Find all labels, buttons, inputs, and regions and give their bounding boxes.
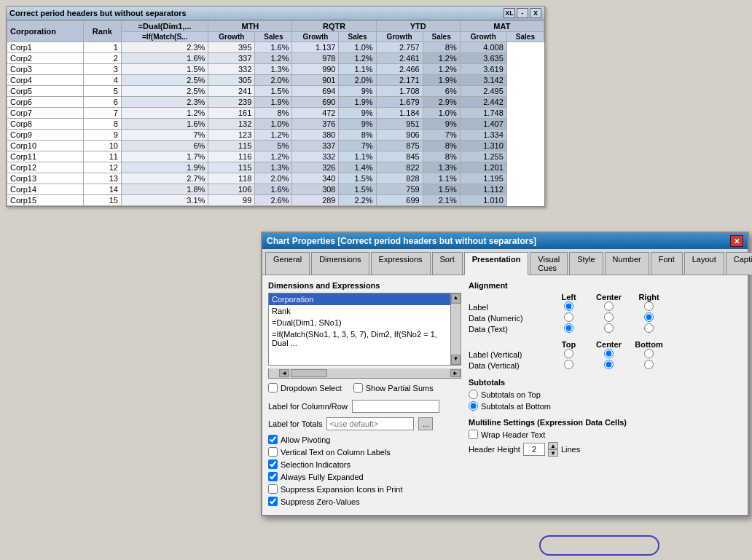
label-column-text: Label for Column/Row [268,402,348,411]
show-partial-sums-checkbox[interactable] [353,383,363,393]
label-vertical-label: Label (Vertical) [469,349,549,360]
titlebar-buttons: XL - X [504,8,541,18]
tab-number[interactable]: Number [605,252,649,275]
text-align-left[interactable] [564,323,573,333]
tab-presentation[interactable]: Presentation [464,252,529,275]
text-align-center[interactable] [604,323,614,333]
scroll-up-btn[interactable]: ▲ [451,293,461,304]
always-expanded-label: Always Fully Expanded [281,473,364,481]
tab-sort[interactable]: Sort [432,252,463,275]
numeric-align-center[interactable] [604,312,614,322]
listbox-item-if[interactable]: =If(Match(SNo1, 1, 3, 5, 7), Dim2, If(SN… [269,328,450,349]
tab-expressions[interactable]: Expressions [371,252,431,275]
label-valign-top[interactable] [564,349,573,358]
table-row: 1.137 [292,42,339,53]
suppress-expansion-checkbox[interactable] [268,484,278,494]
suppress-expansion-row: Suppress Expansion Icons in Print [268,484,461,494]
data-valign-bottom[interactable] [644,360,654,369]
listbox-item-dual[interactable]: =Dual(Dim1, SNo1) [269,317,450,328]
subtotals-bottom-radio[interactable] [469,401,478,411]
allow-pivoting-checkbox[interactable] [268,435,278,444]
table-row: 1.9% [121,162,208,173]
spinner-up-btn[interactable]: ▲ [548,442,558,449]
tab-visual-cues[interactable]: Visual Cues [530,252,568,275]
spinner-down-btn[interactable]: ▼ [548,449,558,457]
table-row: 2.7% [121,173,208,184]
table-row: 8% [423,151,460,162]
tab-dimensions[interactable]: Dimensions [311,252,369,275]
listbox-item-rank[interactable]: Rank [269,305,450,317]
selection-indicators-checkbox[interactable] [268,460,278,469]
suppress-zero-checkbox[interactable] [268,497,278,506]
col-rank: Rank [83,21,121,42]
table-row: 875 [376,141,423,151]
label-column-input[interactable] [352,400,439,413]
label-totals-browse-btn[interactable]: ... [418,417,433,430]
h-scrollbar[interactable]: ◄ ► [268,368,461,379]
col-ytd-sales: Sales [423,32,460,42]
table-row: 4 [83,75,121,86]
scroll-down-btn[interactable]: ▼ [451,355,461,365]
tab-layout[interactable]: Layout [684,252,724,275]
allow-pivoting-row: Allow Pivoting [268,435,461,444]
table-row: 106 [208,184,255,195]
label-valign-bottom[interactable] [644,349,654,358]
scroll-track [451,304,461,355]
label-align-left[interactable] [564,301,573,311]
tab-font[interactable]: Font [651,252,683,275]
table-row: 116 [208,151,255,162]
minimize-button[interactable]: - [517,8,528,18]
table-row: 901 [292,75,339,86]
text-align-right[interactable] [644,323,654,333]
vertical-text-checkbox[interactable] [268,447,278,457]
tab-caption[interactable]: Caption [726,252,752,275]
scroll-left-btn[interactable]: ◄ [279,369,289,377]
label-valign-center[interactable] [604,349,614,358]
dropdown-select-row: Dropdown Select [268,383,342,393]
table-row: 15 [83,195,121,206]
scroll-right-btn[interactable]: ► [450,369,461,377]
col-ytd: YTD [376,21,460,32]
show-partial-sums-label: Show Partial Sums [366,384,434,393]
data-valign-top[interactable] [564,360,573,369]
numeric-align-right[interactable] [644,312,654,322]
tab-general[interactable]: General [265,252,310,275]
col-dual-header: =Dual(Dim1,... [121,21,208,32]
tab-style[interactable]: Style [569,252,603,275]
data-vertical-label: Data (Vertical) [469,360,549,371]
close-button[interactable]: X [530,8,541,18]
label-totals-input[interactable] [326,417,414,430]
dialog-close-button[interactable]: ✕ [730,235,743,247]
table-row: 1.3% [255,64,292,75]
label-align-center[interactable] [604,301,614,311]
table-row: 1.2% [255,130,292,141]
data-valign-center[interactable] [604,360,614,369]
numeric-align-left[interactable] [564,312,573,322]
listbox-item-corporation[interactable]: Corporation [269,293,450,305]
wrap-header-row: Wrap Header Text [469,430,742,439]
header-height-input[interactable] [523,443,545,456]
table-row: 123 [208,130,255,141]
table-window: Correct period headers but without separ… [6,6,545,207]
table-row: 1.4% [339,162,376,173]
table-row: 9% [339,108,376,119]
label-align-right[interactable] [644,301,654,311]
subtotals-top-radio[interactable] [469,390,478,399]
table-row: 9 [83,130,121,141]
col-corporation: Corporation [7,21,84,42]
table-row: 2.0% [255,173,292,184]
table-row: 3.1% [121,195,208,206]
table-row: 7% [339,141,376,151]
h-scroll-thumb[interactable] [291,369,327,377]
xl-button[interactable]: XL [504,8,515,18]
table-row: 1.010 [460,195,506,206]
always-expanded-checkbox[interactable] [268,472,278,481]
listbox-scrollbar[interactable]: ▲ ▼ [450,293,461,365]
table-row: 1.255 [460,151,506,162]
align-left-header: Left [549,293,589,301]
dropdown-select-checkbox[interactable] [268,383,278,393]
alignment-title: Alignment [469,281,742,290]
table-row: 337 [292,141,339,151]
table-row: 3.635 [460,53,506,64]
wrap-header-checkbox[interactable] [469,430,478,439]
